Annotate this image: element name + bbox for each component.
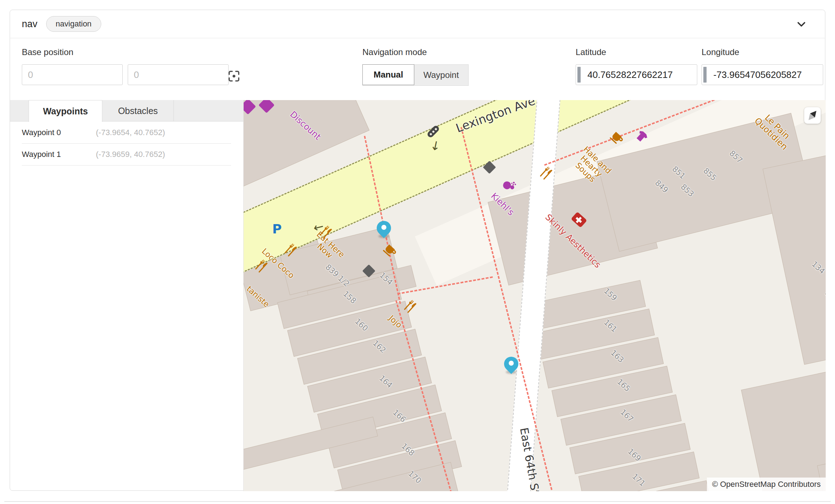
tab-bar: Waypoints Obstacles	[10, 100, 243, 122]
parking-icon: P	[272, 222, 282, 236]
latitude-field	[576, 64, 697, 85]
navigation-mode-toggle: Manual Waypoint	[362, 64, 469, 86]
navigation-badge: navigation	[46, 16, 101, 32]
waypoint-name: Waypoint 1	[22, 150, 96, 159]
panel-title: nav	[22, 19, 38, 30]
longitude-label: Longitude	[702, 47, 739, 57]
panel-header: nav navigation	[10, 10, 825, 38]
tab-waypoints[interactable]: Waypoints	[29, 100, 102, 122]
latitude-input[interactable]	[576, 64, 697, 85]
longitude-input[interactable]	[702, 64, 823, 85]
latitude-label: Latitude	[576, 47, 606, 57]
longitude-field	[702, 64, 823, 85]
waypoint-row[interactable]: Waypoint 0 (-73.9654, 40.7652)	[22, 122, 231, 144]
map-building	[763, 143, 826, 365]
map-attribution: © OpenStreetMap Contributors	[707, 478, 826, 491]
locate-icon[interactable]	[227, 69, 241, 83]
waypoint-marker-1[interactable]	[503, 357, 519, 372]
map-road-east-64th	[503, 100, 563, 491]
waypoint-coords: (-73.9654, 40.7652)	[96, 128, 165, 137]
compass-icon[interactable]	[804, 107, 821, 124]
waypoint-name: Waypoint 0	[22, 128, 96, 137]
waypoint-marker-0[interactable]	[376, 221, 392, 237]
base-position-y-input[interactable]	[128, 64, 229, 85]
map-canvas[interactable]: Lexington Ave East 64th St Discount Loco…	[243, 100, 826, 491]
nav-panel-card: nav navigation Base position Navigation …	[10, 10, 825, 491]
chevron-down-icon[interactable]	[795, 18, 808, 31]
tab-obstacles[interactable]: Obstacles	[102, 100, 174, 122]
base-position-label: Base position	[22, 47, 73, 57]
section-divider	[4, 501, 831, 502]
map-building	[741, 361, 826, 491]
waypoint-list: Waypoint 0 (-73.9654, 40.7652) Waypoint …	[22, 122, 231, 165]
mode-waypoint-button[interactable]: Waypoint	[414, 65, 468, 85]
base-position-x-input[interactable]	[22, 64, 123, 85]
waypoint-row[interactable]: Waypoint 1 (-73.9659, 40.7652)	[22, 144, 231, 165]
mode-manual-button[interactable]: Manual	[362, 64, 414, 85]
waypoint-coords: (-73.9659, 40.7652)	[96, 150, 165, 159]
navigation-mode-label: Navigation mode	[362, 47, 427, 57]
